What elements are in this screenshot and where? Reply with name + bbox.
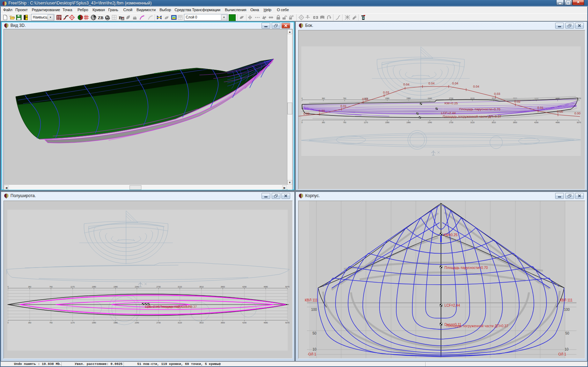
svg-text:760: 760	[49, 322, 52, 324]
svg-text:2340: 2340	[135, 286, 139, 288]
svg-text:1170: 1170	[364, 121, 368, 123]
svg-text:2730: 2730	[156, 286, 161, 288]
svg-text:Площадь парусности=0.70: Площадь парусности=0.70	[459, 107, 500, 111]
svg-text:0.00: 0.00	[557, 110, 563, 113]
svg-text:760: 760	[49, 286, 52, 288]
svg-text:5070: 5070	[577, 121, 581, 123]
svg-text:KM=0.25: KM=0.25	[443, 233, 458, 237]
svg-text:0.02: 0.02	[514, 100, 521, 103]
svg-text:4680: 4680	[264, 286, 268, 288]
svg-text:КВЛ 111: КВЛ 111	[560, 298, 573, 302]
svg-text:1580: 1580	[92, 286, 96, 288]
svg-text:0.04: 0.04	[428, 82, 435, 85]
svg-text:3900: 3900	[221, 322, 225, 324]
svg-text:5070: 5070	[285, 322, 289, 324]
svg-text:0.04: 0.04	[403, 83, 410, 86]
svg-text:50: 50	[565, 331, 569, 335]
svg-text:1980: 1980	[113, 286, 118, 288]
svg-text:0.00: 0.00	[574, 112, 581, 115]
svg-text:1980: 1980	[113, 322, 118, 324]
svg-text:3120: 3120	[470, 121, 475, 123]
svg-text:360: 360	[28, 286, 31, 288]
svg-text:760: 760	[343, 121, 346, 123]
svg-text:5070: 5070	[285, 286, 289, 288]
svg-text:0.01: 0.01	[537, 106, 544, 110]
svg-text:10: 10	[565, 347, 569, 351]
svg-text:2340: 2340	[135, 322, 139, 324]
svg-text:4680: 4680	[264, 322, 268, 324]
svg-text:Площадь парусности=0.70: Площадь парусности=0.70	[444, 266, 488, 270]
svg-text:2730: 2730	[449, 97, 453, 99]
svg-text:LCF=2,44: LCF=2,44	[444, 304, 460, 307]
svg-text:КВЛ 111: КВЛ 111	[305, 298, 318, 302]
svg-text:0.01: 0.01	[340, 104, 347, 108]
svg-text:0.02: 0.02	[362, 97, 368, 101]
svg-text:10: 10	[313, 347, 317, 351]
svg-text:100: 100	[564, 308, 570, 312]
svg-text:3900: 3900	[513, 121, 517, 123]
svg-text:1580: 1580	[385, 121, 389, 123]
svg-text:3510: 3510	[199, 286, 204, 288]
svg-text:KM=0.25: KM=0.25	[444, 101, 458, 105]
svg-text:3510: 3510	[492, 121, 496, 123]
svg-text:4680: 4680	[556, 121, 560, 123]
svg-text:1170: 1170	[71, 286, 75, 288]
svg-text:4290: 4290	[242, 322, 247, 324]
svg-text:0.00: 0.00	[319, 109, 325, 113]
svg-text:ЦВы=0.41 погруженной части=0.3: ЦВы=0.41 погруженной части=0.37	[146, 305, 197, 308]
svg-text:0.04: 0.04	[452, 82, 458, 85]
svg-text:ОЛ 1: ОЛ 1	[558, 352, 566, 356]
svg-text:3900: 3900	[221, 286, 225, 288]
svg-text:3120: 3120	[178, 322, 182, 324]
svg-text:2730: 2730	[156, 322, 161, 324]
svg-text:3510: 3510	[199, 322, 204, 324]
svg-text:0: 0	[301, 97, 302, 99]
svg-text:100: 100	[311, 308, 317, 312]
svg-text:1170: 1170	[71, 322, 75, 324]
svg-text:0.00: 0.00	[303, 112, 310, 115]
svg-text:0: 0	[7, 286, 8, 288]
svg-text:360: 360	[322, 121, 325, 123]
svg-text:1980: 1980	[406, 97, 411, 99]
svg-text:1580: 1580	[92, 322, 96, 324]
svg-text:4290: 4290	[242, 286, 247, 288]
svg-text:2340: 2340	[428, 121, 432, 123]
svg-text:360: 360	[322, 97, 325, 99]
svg-text:0: 0	[301, 121, 302, 123]
svg-text:ZB: ZB	[98, 15, 103, 20]
svg-text:5070: 5070	[577, 97, 581, 99]
svg-text:Площадь погруженной части ДП=0: Площадь погруженной части ДП=0.37	[443, 114, 501, 118]
svg-text:3120: 3120	[178, 286, 182, 288]
svg-text:2730: 2730	[449, 121, 453, 123]
svg-text:0.03: 0.03	[494, 92, 500, 96]
svg-text:0.04: 0.04	[473, 85, 479, 88]
svg-text:760: 760	[343, 97, 346, 99]
svg-text:1980: 1980	[406, 121, 411, 123]
svg-text:50: 50	[313, 331, 317, 335]
svg-text:2340: 2340	[428, 97, 432, 99]
svg-text:0: 0	[7, 322, 8, 324]
svg-text:Площадь погруженной части ДП=0: Площадь погруженной части ДП=0.37	[447, 324, 508, 328]
svg-text:1580: 1580	[385, 97, 389, 99]
svg-text:4290: 4290	[534, 121, 538, 123]
svg-text:360: 360	[28, 322, 31, 324]
svg-text:0.03: 0.03	[383, 91, 389, 94]
svg-text:ОЛ 1: ОЛ 1	[308, 352, 316, 356]
